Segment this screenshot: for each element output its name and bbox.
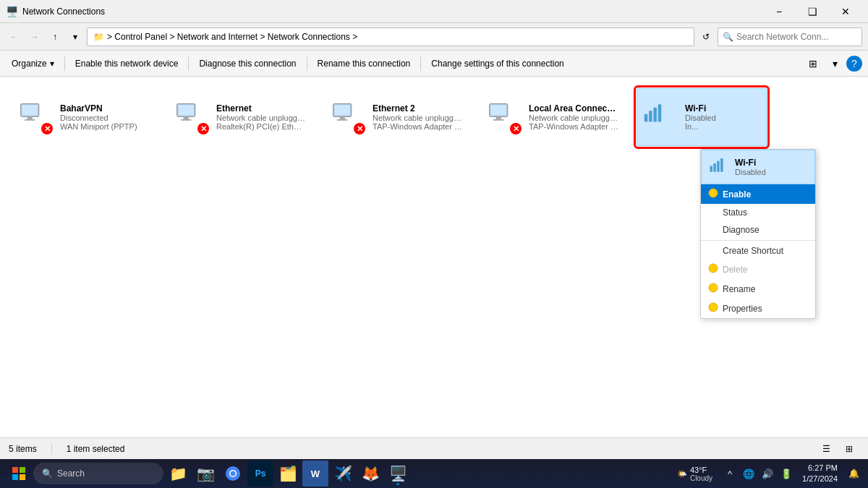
address-icon: 📁 [93, 32, 104, 42]
baharvpn-icon-wrap: ✕ [18, 100, 53, 134]
change-settings-button[interactable]: Change settings of this connection [425, 53, 569, 74]
start-button[interactable] [6, 461, 32, 487]
svg-rect-6 [184, 116, 189, 119]
context-wifi-status: Disabled [735, 168, 766, 176]
organize-label: Organize [12, 59, 47, 69]
title-bar: 🖥️ Network Connections − ❑ ✕ [0, 0, 868, 23]
status-bar: 5 items 1 item selected ☰ ⊞ [0, 437, 868, 459]
selected-count: 1 item selected [67, 444, 125, 454]
tray-volume[interactable]: 🔊 [759, 462, 776, 485]
taskbar-chrome-icon[interactable] [220, 461, 246, 487]
taskbar-firefox-icon[interactable]: 🦊 [357, 461, 383, 487]
recent-locations-button[interactable]: ▾ [67, 28, 84, 46]
rename-connection-button[interactable]: Rename this connection [312, 53, 417, 74]
network-item-wifi[interactable]: Wi-Fi Disabled In... [637, 88, 767, 146]
enable-icon: ⚡ [708, 188, 718, 200]
enable-network-device-button[interactable]: Enable this network device [69, 53, 184, 74]
status-grid-view[interactable]: ⊞ [839, 439, 859, 459]
local-area-name: Local Area Connection [529, 103, 618, 114]
svg-rect-31 [12, 474, 18, 480]
create-shortcut-label: Create Shortcut [723, 246, 783, 256]
view-dropdown-button[interactable]: ▾ [825, 53, 845, 74]
local-area-error-badge: ✕ [510, 123, 522, 134]
back-button[interactable]: ← [6, 28, 23, 46]
svg-point-28 [709, 303, 718, 312]
network-item-ethernet[interactable]: ✕ Ethernet Network cable unplugged Realt… [168, 88, 312, 146]
taskbar: 🔍 Search 📁 📷 Ps 🗂️ W ✈️ 🦊 🖥️ 🌤️ 43°F Clo… [0, 459, 868, 488]
forward-button[interactable]: → [26, 28, 43, 46]
taskbar-word-icon[interactable]: W [302, 461, 328, 487]
context-menu-diagnose-item[interactable]: Diagnose [701, 221, 815, 239]
context-menu-header: Wi-Fi Disabled [701, 150, 815, 184]
weather-desc: Cloudy [690, 474, 712, 482]
local-area-desc: TAP-Windows Adapter V9 for Ope... [529, 122, 618, 131]
context-menu-enable-item[interactable]: ⚡ Enable [701, 184, 815, 204]
svg-rect-29 [12, 467, 18, 473]
search-box[interactable]: 🔍 [718, 27, 862, 46]
clock[interactable]: 6:27 PM 1/27/2024 [798, 463, 842, 485]
diagnose-connection-button[interactable]: Diagnose this connection [193, 53, 302, 74]
diagnose-label: Diagnose [723, 225, 760, 235]
svg-point-26 [709, 264, 718, 273]
svg-rect-23 [720, 158, 723, 172]
ethernet-desc: Realtek(R) PCI(e) Ethernet Control... [216, 122, 306, 131]
enable-label: Enable [723, 189, 751, 200]
address-path[interactable]: 📁 > Control Panel > Network and Internet… [87, 27, 694, 46]
tray-network[interactable]: 🌐 [740, 462, 757, 485]
network-item-baharvpn[interactable]: ✕ BaharVPN Disconnected WAN Miniport (PP… [12, 88, 156, 146]
organize-button[interactable]: Organize ▾ [6, 53, 60, 74]
toolbar: Organize ▾ Enable this network device Di… [0, 51, 868, 77]
status-right: ☰ ⊞ [816, 439, 859, 459]
minimize-button[interactable]: − [762, 0, 796, 23]
up-button[interactable]: ↑ [46, 28, 64, 46]
svg-rect-13 [490, 105, 506, 115]
clock-date: 1/27/2024 [802, 474, 838, 484]
properties-label: Properties [723, 304, 762, 314]
wifi-info: Wi-Fi Disabled In... [685, 103, 760, 131]
help-button[interactable]: ? [846, 56, 862, 72]
change-settings-label: Change settings of this connection [431, 59, 563, 69]
taskbar-files-icon[interactable]: 🗂️ [275, 461, 301, 487]
context-menu-properties-item[interactable]: Properties [701, 299, 815, 318]
svg-rect-10 [340, 116, 345, 119]
context-menu-rename-item[interactable]: Rename [701, 279, 815, 299]
close-button[interactable]: ✕ [829, 0, 862, 23]
taskbar-network-icon[interactable]: 🖥️ [385, 461, 411, 487]
rename-label: Rename [723, 284, 755, 294]
local-area-info: Local Area Connection Network cable unpl… [529, 103, 618, 131]
weather-icon: 🌤️ [677, 469, 687, 479]
context-menu-status-item[interactable]: Status [701, 204, 815, 221]
context-wifi-name: Wi-Fi [735, 158, 766, 168]
clock-time: 6:27 PM [808, 463, 838, 474]
enable-network-label: Enable this network device [75, 59, 179, 69]
context-menu: Wi-Fi Disabled ⚡ Enable Status Diagnose … [700, 149, 816, 319]
context-menu-delete-item[interactable]: Delete [701, 260, 815, 279]
baharvpn-desc: WAN Miniport (PPTP) [60, 122, 150, 131]
context-menu-create-shortcut-item[interactable]: Create Shortcut [701, 242, 815, 260]
status-list-view[interactable]: ☰ [816, 439, 836, 459]
taskbar-explorer-icon[interactable]: 📁 [165, 461, 191, 487]
network-item-local-area[interactable]: ✕ Local Area Connection Network cable un… [480, 88, 625, 146]
tray-battery[interactable]: 🔋 [778, 462, 795, 485]
svg-rect-18 [653, 108, 657, 122]
taskbar-telegram-icon[interactable]: ✈️ [330, 461, 356, 487]
weather-widget[interactable]: 🌤️ 43°F Cloudy [671, 466, 718, 482]
notification-button[interactable]: 🔔 [845, 462, 862, 485]
svg-point-35 [231, 471, 236, 476]
toolbar-separator-1 [64, 56, 65, 71]
svg-rect-5 [178, 105, 194, 115]
view-grid-button[interactable]: ⊞ [803, 53, 823, 74]
taskbar-search[interactable]: 🔍 Search [33, 463, 163, 484]
restore-button[interactable]: ❑ [796, 0, 829, 23]
network-item-ethernet2[interactable]: ✕ Ethernet 2 Network cable unplugged TAP… [324, 88, 469, 146]
title-bar-left: 🖥️ Network Connections [6, 6, 105, 17]
context-menu-divider-1 [701, 240, 815, 241]
tray-chevron[interactable]: ^ [721, 462, 739, 485]
taskbar-camera-icon[interactable]: 📷 [192, 461, 218, 487]
svg-rect-7 [181, 119, 191, 121]
refresh-button[interactable]: ↺ [697, 28, 715, 46]
search-input[interactable] [736, 32, 857, 42]
wifi-name: Wi-Fi [685, 103, 760, 114]
context-wifi-icon [709, 155, 729, 179]
taskbar-ps-icon[interactable]: Ps [247, 461, 273, 487]
